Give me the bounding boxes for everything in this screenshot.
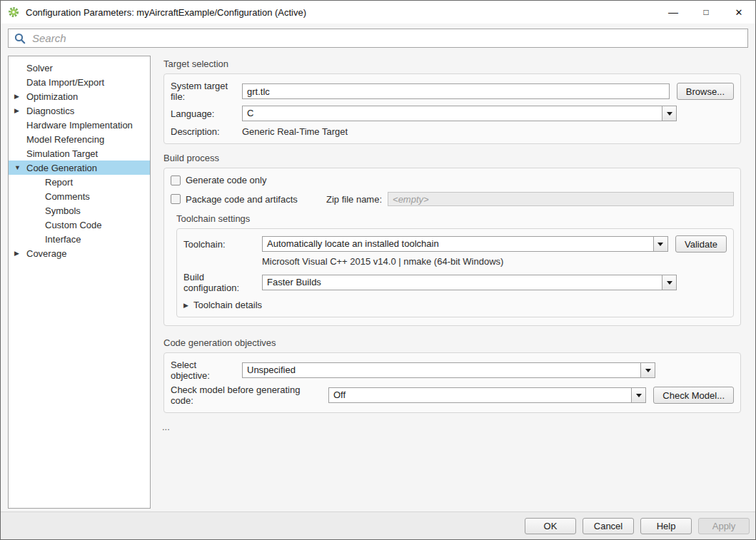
generate-code-only-label: Generate code only xyxy=(186,175,266,185)
toolchain-dropdown[interactable]: Automatically locate an installed toolch… xyxy=(262,236,668,252)
window-controls: — □ ✕ xyxy=(657,1,755,24)
toolchain-settings-group: Toolchain: Automatically locate an insta… xyxy=(176,228,734,317)
sidebar-item-label: Code Generation xyxy=(26,163,97,173)
language-dropdown[interactable]: C xyxy=(242,106,677,121)
sidebar-item-coverage[interactable]: ▶Coverage xyxy=(9,246,150,260)
check-model-label: Check model before generating code: xyxy=(171,384,323,406)
search-input[interactable] xyxy=(31,31,743,45)
toolchain-settings-title: Toolchain settings xyxy=(176,213,734,224)
sidebar-item-label: Symbols xyxy=(45,205,81,216)
check-model-button[interactable]: Check Model... xyxy=(653,387,734,404)
toolchain-value: Automatically locate an installed toolch… xyxy=(263,237,653,251)
target-selection-title: Target selection xyxy=(163,58,741,69)
dropdown-arrow-button[interactable] xyxy=(640,363,655,377)
target-selection-group: System target file: Browse... Language: … xyxy=(163,73,741,144)
check-model-dropdown[interactable]: Off xyxy=(328,387,646,403)
sidebar-item-hardware-implementation[interactable]: Hardware Implementation xyxy=(9,118,150,132)
build-configuration-value: Faster Builds xyxy=(263,275,662,290)
sidebar-item-simulation-target[interactable]: Simulation Target xyxy=(9,146,150,161)
validate-button[interactable]: Validate xyxy=(675,235,727,253)
sidebar-item-symbols[interactable]: Symbols xyxy=(9,203,150,218)
dropdown-arrow-button[interactable] xyxy=(662,275,676,290)
toolchain-details-label: Toolchain details xyxy=(193,300,262,310)
sidebar-item-solver[interactable]: Solver xyxy=(9,61,150,75)
toolchain-settings-section: Toolchain settings Toolchain: Automatica… xyxy=(176,213,734,317)
sidebar-item-code-generation[interactable]: ▼Code Generation xyxy=(9,161,150,175)
build-process-group: Generate code only Package code and arti… xyxy=(163,168,741,326)
sidebar-item-label: Solver xyxy=(26,63,53,73)
build-process-title: Build process xyxy=(163,153,741,163)
build-configuration-label: Build configuration: xyxy=(183,272,256,293)
dialog-footer: OK Cancel Help Apply xyxy=(1,511,755,539)
zip-file-name-label: Zip file name: xyxy=(326,194,382,205)
sidebar-item-label: Model Referencing xyxy=(26,134,104,145)
chevron-down-icon xyxy=(667,281,672,285)
configuration-parameters-dialog: Configuration Parameters: myAircraftExam… xyxy=(0,0,756,540)
package-code-checkbox[interactable] xyxy=(171,194,181,204)
sidebar-item-interface[interactable]: Interface xyxy=(9,232,150,246)
sidebar-item-label: Interface xyxy=(45,234,81,245)
sidebar-item-comments[interactable]: Comments xyxy=(9,189,150,203)
sidebar-item-label: Simulation Target xyxy=(26,148,98,159)
sidebar-item-label: Diagnostics xyxy=(26,106,74,116)
sidebar-item-data-import-export[interactable]: Data Import/Export xyxy=(9,75,150,89)
sidebar-item-label: Hardware Implementation xyxy=(26,120,133,131)
toolchain-details-expander[interactable]: ▶ Toolchain details xyxy=(183,300,727,310)
sidebar-item-label: Coverage xyxy=(26,248,66,259)
category-tree: Solver Data Import/Export ▶Optimization … xyxy=(8,56,151,509)
maximize-button[interactable]: □ xyxy=(690,1,722,24)
search-bar xyxy=(8,29,748,48)
sidebar-item-label: Comments xyxy=(45,191,90,202)
toolchain-label: Toolchain: xyxy=(183,239,256,250)
window-title: Configuration Parameters: myAircraftExam… xyxy=(26,7,306,18)
check-model-value: Off xyxy=(329,388,631,402)
more-content-ellipsis: ... xyxy=(162,422,741,432)
sidebar-item-label: Report xyxy=(45,177,73,188)
chevron-down-icon xyxy=(657,243,663,246)
dropdown-arrow-button[interactable] xyxy=(631,388,645,402)
objectives-title: Code generation objectives xyxy=(163,337,741,348)
main-panel: Target selection System target file: Bro… xyxy=(163,56,741,432)
system-target-file-input[interactable] xyxy=(242,83,670,99)
minimize-button[interactable]: — xyxy=(657,1,690,24)
toolchain-info-text: Microsoft Visual C++ 2015 v14.0 | nmake … xyxy=(262,256,727,267)
cancel-button[interactable]: Cancel xyxy=(583,518,634,534)
content-area: Solver Data Import/Export ▶Optimization … xyxy=(1,56,755,511)
collapsed-arrow-icon: ▶ xyxy=(14,250,26,257)
expanded-arrow-icon: ▼ xyxy=(14,164,26,171)
title-bar: Configuration Parameters: myAircraftExam… xyxy=(1,1,755,24)
chevron-down-icon xyxy=(667,112,672,116)
search-icon xyxy=(14,33,26,44)
sidebar-item-label: Custom Code xyxy=(45,220,101,230)
ok-button[interactable]: OK xyxy=(525,518,576,534)
description-value: Generic Real-Time Target xyxy=(242,126,348,137)
sidebar-item-report[interactable]: Report xyxy=(9,175,150,189)
dropdown-arrow-button[interactable] xyxy=(653,237,667,251)
generate-code-only-checkbox[interactable] xyxy=(171,175,181,185)
close-button[interactable]: ✕ xyxy=(722,1,755,24)
sidebar-item-optimization[interactable]: ▶Optimization xyxy=(9,89,150,103)
browse-button[interactable]: Browse... xyxy=(677,83,734,100)
select-objective-label: Select objective: xyxy=(171,360,236,381)
collapsed-arrow-icon: ▶ xyxy=(183,302,188,309)
collapsed-arrow-icon: ▶ xyxy=(14,93,26,100)
help-button[interactable]: Help xyxy=(640,518,692,534)
sidebar-item-label: Data Import/Export xyxy=(26,77,104,88)
sidebar-item-diagnostics[interactable]: ▶Diagnostics xyxy=(9,103,150,118)
zip-file-name-input xyxy=(388,192,734,206)
chevron-down-icon xyxy=(645,369,651,372)
select-objective-value: Unspecified xyxy=(243,363,640,377)
package-code-label: Package code and artifacts xyxy=(186,194,298,205)
build-configuration-dropdown[interactable]: Faster Builds xyxy=(262,275,677,290)
chevron-down-icon xyxy=(636,394,642,397)
language-label: Language: xyxy=(171,108,236,119)
system-target-file-label: System target file: xyxy=(171,81,236,102)
collapsed-arrow-icon: ▶ xyxy=(14,107,26,114)
apply-button[interactable]: Apply xyxy=(698,518,750,534)
select-objective-dropdown[interactable]: Unspecified xyxy=(242,362,655,378)
language-value: C xyxy=(243,106,662,121)
sidebar-item-model-referencing[interactable]: Model Referencing xyxy=(9,132,150,146)
objectives-group: Select objective: Unspecified Check mode… xyxy=(163,352,741,413)
dropdown-arrow-button[interactable] xyxy=(662,106,676,121)
sidebar-item-custom-code[interactable]: Custom Code xyxy=(9,218,150,232)
